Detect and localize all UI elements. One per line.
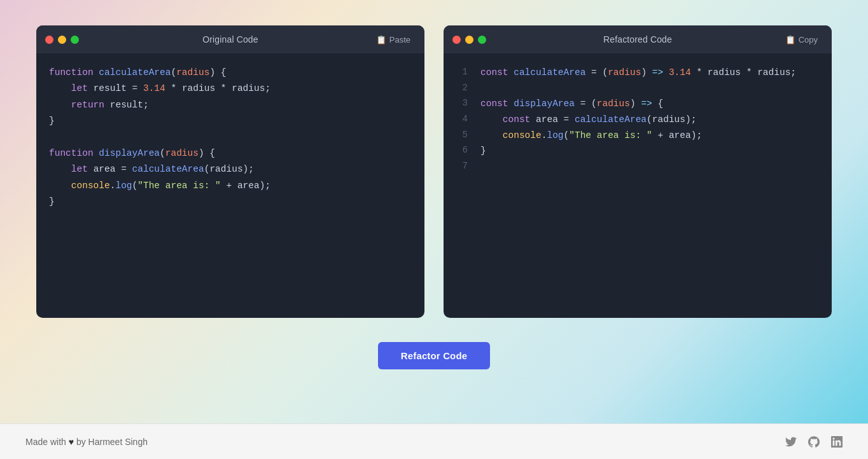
code-numbered: 1 const calculateArea = (radius) => 3.14…	[456, 65, 819, 174]
refactored-code-body: 1 const calculateArea = (radius) => 3.14…	[444, 53, 832, 318]
code-line-1: 1 const calculateArea = (radius) => 3.14…	[456, 65, 819, 81]
code-line-6: 6 }	[456, 143, 819, 159]
copy-icon: 📋	[785, 35, 795, 45]
paste-label: Paste	[389, 35, 410, 45]
github-icon[interactable]	[808, 435, 820, 448]
paste-icon: 📋	[376, 35, 386, 45]
line-code-6: }	[480, 143, 819, 159]
line-num-1: 1	[456, 65, 468, 81]
refactored-code-title: Refactored Code	[603, 34, 672, 45]
line-num-7: 7	[456, 159, 468, 175]
heart-icon: ♥	[69, 437, 74, 447]
line-code-1: const calculateArea = (radius) => 3.14 *…	[480, 65, 819, 81]
traffic-lights-left	[45, 36, 79, 44]
linkedin-icon[interactable]	[831, 435, 843, 448]
code-line-3: 3 const displayArea = (radius) => {	[456, 96, 819, 112]
original-code-body: function calculateArea(radius) { let res…	[36, 53, 424, 318]
line-code-5: console.log("The area is: " + area);	[480, 128, 819, 144]
code-line-5: 5 console.log("The area is: " + area);	[456, 128, 819, 144]
footer-social-icons	[785, 435, 843, 448]
line-num-4: 4	[456, 112, 468, 128]
line-code-7	[480, 159, 819, 175]
line-code-3: const displayArea = (radius) => {	[480, 96, 819, 112]
made-with-text: Made with	[25, 437, 66, 447]
red-light-r	[452, 36, 461, 44]
yellow-light	[58, 36, 66, 44]
original-code-title: Original Code	[202, 34, 258, 45]
red-light	[45, 36, 53, 44]
line-code-2	[480, 81, 819, 97]
original-code-panel: Original Code 📋 Paste function calculate…	[36, 25, 424, 318]
line-code-4: const area = calculateArea(radius);	[480, 112, 819, 128]
footer: Made with ♥ by Harmeet Singh	[0, 423, 868, 459]
line-num-2: 2	[456, 81, 468, 97]
refactored-titlebar: Refactored Code 📋 Copy	[444, 25, 832, 53]
green-light-r	[478, 36, 486, 44]
refactored-code-panel: Refactored Code 📋 Copy 1 const calculate…	[444, 25, 832, 318]
panels-row: Original Code 📋 Paste function calculate…	[25, 25, 843, 318]
footer-text: Made with ♥ by Harmeet Singh	[25, 437, 148, 447]
green-light	[71, 36, 79, 44]
code-line-2: 2	[456, 81, 819, 97]
traffic-lights-right	[452, 36, 486, 44]
yellow-light-r	[465, 36, 473, 44]
refactor-btn-wrap: Refactor Code	[378, 342, 490, 369]
twitter-icon[interactable]	[785, 435, 797, 448]
copy-label: Copy	[799, 35, 818, 45]
original-titlebar: Original Code 📋 Paste	[36, 25, 424, 53]
code-line-4: 4 const area = calculateArea(radius);	[456, 112, 819, 128]
main-content: Original Code 📋 Paste function calculate…	[0, 0, 868, 423]
refactor-code-button[interactable]: Refactor Code	[378, 342, 490, 369]
by-text: by Harmeet Singh	[76, 437, 148, 447]
line-num-5: 5	[456, 128, 468, 144]
paste-button[interactable]: 📋 Paste	[371, 32, 416, 47]
line-num-3: 3	[456, 96, 468, 112]
copy-button[interactable]: 📋 Copy	[780, 32, 823, 47]
code-line-7: 7	[456, 159, 819, 175]
line-num-6: 6	[456, 143, 468, 159]
